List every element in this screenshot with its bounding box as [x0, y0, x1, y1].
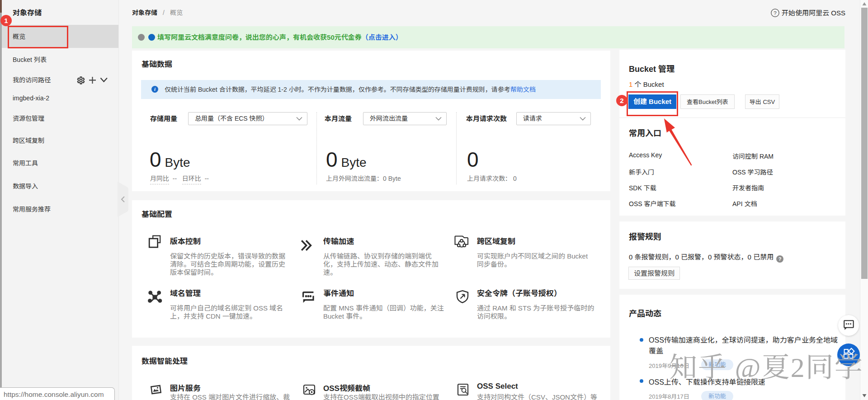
svg-text:?: ?: [774, 10, 776, 16]
